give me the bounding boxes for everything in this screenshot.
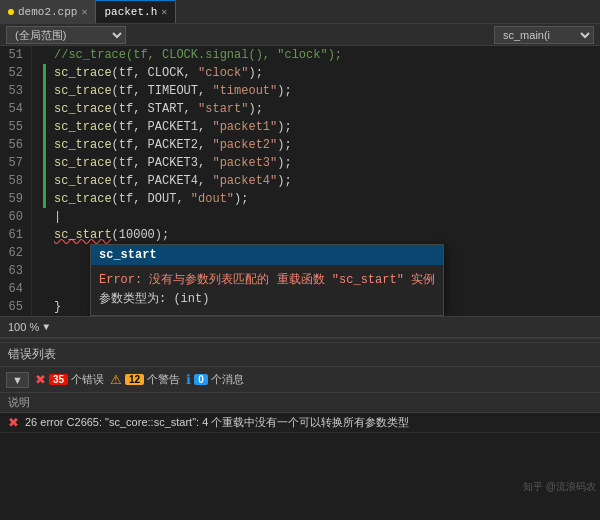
indicator-55	[38, 118, 50, 136]
error-toolbar: ▼ ✖ 35 个错误 ⚠ 12 个警告 ℹ 0 个消息	[0, 367, 600, 393]
code-line-59: sc_trace(tf, DOUT, "dout");	[38, 190, 600, 208]
tab-bar: demo2.cpp ✕ packet.h ✕	[0, 0, 600, 24]
error-rows: ✖ 26 error C2665: "sc_core::sc_start": 4…	[0, 413, 600, 493]
code-line-56: sc_trace(tf, PACKET2, "packet2");	[38, 136, 600, 154]
warning-count-group: ⚠ 12 个警告	[110, 372, 180, 387]
table-row[interactable]: ✖ 26 error C2665: "sc_core::sc_start": 4…	[0, 413, 600, 433]
warning-label-text: 个警告	[147, 372, 180, 387]
code-line-61: sc_start(10000);	[38, 226, 600, 244]
indicator-53	[38, 82, 50, 100]
row-error-text: 26 error C2665: "sc_core::sc_start": 4 个…	[25, 415, 409, 430]
error-icon: ✖	[35, 372, 46, 387]
popup-error-text: Error: 没有与参数列表匹配的 重载函数 "sc_start" 实例	[99, 271, 435, 290]
code-line-52: sc_trace(tf, CLOCK, "clock");	[38, 64, 600, 82]
indicator-56	[38, 136, 50, 154]
toolbar: (全局范围) sc_main(i	[0, 24, 600, 46]
scope-dropdown[interactable]: (全局范围)	[6, 26, 126, 44]
error-panel: 错误列表 ▼ ✖ 35 个错误 ⚠ 12 个警告 ℹ 0 个消息 说明 ✖ 26…	[0, 343, 600, 493]
info-icon: ℹ	[186, 372, 191, 387]
error-count-group: ✖ 35 个错误	[35, 372, 104, 387]
tab-demo2-cpp[interactable]: demo2.cpp ✕	[0, 0, 96, 23]
filter-arrow: ▼	[12, 374, 23, 386]
tab-close-demo2[interactable]: ✕	[81, 6, 87, 18]
info-badge: 0	[194, 374, 208, 385]
error-panel-title: 错误列表	[0, 343, 600, 367]
indicator-58	[38, 172, 50, 190]
error-column-headers: 说明	[0, 393, 600, 413]
modified-dot	[8, 9, 14, 15]
warning-badge: 12	[125, 374, 144, 385]
indicator-59	[38, 190, 50, 208]
error-message: 没有与参数列表匹配的 重载函数 "sc_start" 实例	[149, 273, 435, 287]
param-text: (int)	[173, 292, 209, 306]
zoom-label: 100 %	[8, 321, 39, 333]
code-line-53: sc_trace(tf, TIMEOUT, "timeout");	[38, 82, 600, 100]
code-line-57: sc_trace(tf, PACKET3, "packet3");	[38, 154, 600, 172]
error-label-text: 个错误	[71, 372, 104, 387]
warning-icon: ⚠	[110, 372, 122, 387]
intellisense-popup: sc_start Error: 没有与参数列表匹配的 重载函数 "sc_star…	[90, 244, 444, 316]
filter-button[interactable]: ▼	[6, 372, 29, 388]
info-count-group: ℹ 0 个消息	[186, 372, 244, 387]
tab-label-packet: packet.h	[104, 6, 157, 18]
popup-title: sc_start	[91, 245, 443, 265]
code-line-51: //sc_trace(tf, CLOCK.signal(), "clock");	[38, 46, 600, 64]
popup-body: Error: 没有与参数列表匹配的 重载函数 "sc_start" 实例 参数类…	[91, 265, 443, 315]
code-line-58: sc_trace(tf, PACKET4, "packet4");	[38, 172, 600, 190]
code-line-60: |	[38, 208, 600, 226]
line-numbers: 51 52 53 54 55 56 57 58 59 60 61 62 63 6…	[0, 46, 32, 316]
error-label: Error:	[99, 273, 142, 287]
tab-close-packet[interactable]: ✕	[161, 6, 167, 18]
info-label-text: 个消息	[211, 372, 244, 387]
tab-label-demo2: demo2.cpp	[18, 6, 77, 18]
func-dropdown[interactable]: sc_main(i	[494, 26, 594, 44]
zoom-arrow: ▼	[43, 322, 49, 333]
code-line-54: sc_trace(tf, START, "start");	[38, 100, 600, 118]
zoom-control[interactable]: 100 % ▼	[8, 321, 49, 333]
indicator-54	[38, 100, 50, 118]
row-error-icon: ✖	[8, 415, 19, 430]
param-label: 参数类型为:	[99, 292, 166, 306]
indicator-52	[38, 64, 50, 82]
error-badge: 35	[49, 374, 68, 385]
col-description: 说明	[8, 395, 592, 410]
code-editor: 51 52 53 54 55 56 57 58 59 60 61 62 63 6…	[0, 46, 600, 316]
tab-packet-h[interactable]: packet.h ✕	[96, 0, 176, 23]
code-line-55: sc_trace(tf, PACKET1, "packet1");	[38, 118, 600, 136]
indicator-57	[38, 154, 50, 172]
popup-param: 参数类型为: (int)	[99, 290, 435, 309]
